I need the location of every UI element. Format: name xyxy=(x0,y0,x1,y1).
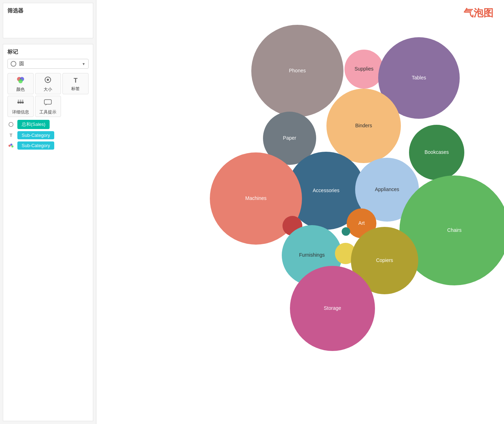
label-icon: T xyxy=(74,77,78,84)
size-icon xyxy=(44,76,52,85)
storage-bubble[interactable] xyxy=(290,266,375,351)
sales-tag-row: 总和(Sales) xyxy=(7,120,89,129)
subcategory2-tag[interactable]: Sub-Category xyxy=(17,141,54,150)
detail-button[interactable]: 详细信息 xyxy=(7,96,34,117)
phones-bubble[interactable] xyxy=(251,25,343,117)
svg-point-5 xyxy=(17,101,19,104)
svg-rect-11 xyxy=(44,100,51,104)
shape-dropdown[interactable]: 圆 ▼ xyxy=(7,59,89,69)
sidebar: 筛选器 标记 圆 ▼ 颜色 xyxy=(0,0,96,424)
svg-point-7 xyxy=(22,101,24,104)
svg-point-6 xyxy=(19,101,22,104)
subcategory1-tag[interactable]: Sub-Category xyxy=(17,131,54,139)
chart-title: 气泡图 xyxy=(464,6,493,20)
svg-point-10 xyxy=(22,100,23,101)
color-icon xyxy=(16,76,25,85)
chart-area: 气泡图 Phones Supplies Tables Binders Paper… xyxy=(96,0,504,424)
sales-tag-icon xyxy=(7,121,15,128)
subcategory2-tag-icon xyxy=(7,142,15,149)
supplies-bubble[interactable] xyxy=(345,50,383,89)
binders-bubble[interactable] xyxy=(326,89,401,163)
svg-point-15 xyxy=(10,144,12,146)
svg-point-8 xyxy=(18,100,19,101)
tooltip-icon xyxy=(44,99,52,108)
marker-section: 标记 圆 ▼ 颜色 xyxy=(3,44,93,421)
bookcases-bubble[interactable] xyxy=(409,125,464,180)
marker-title: 标记 xyxy=(7,49,89,55)
svg-point-16 xyxy=(11,145,13,147)
tooltip-label: 工具提示 xyxy=(39,109,56,115)
filter-title: 筛选器 xyxy=(7,7,89,14)
bubble-chart: Phones Supplies Tables Binders Paper Boo… xyxy=(96,0,504,424)
size-button[interactable]: 大小 xyxy=(35,73,61,94)
dropdown-label: 圆 xyxy=(19,61,82,67)
svg-point-13 xyxy=(9,122,13,127)
circle-icon xyxy=(11,61,16,67)
label-label: 标签 xyxy=(71,86,80,92)
size-label: 大小 xyxy=(44,87,52,93)
color-label: 颜色 xyxy=(16,87,25,93)
sales-tag[interactable]: 总和(Sales) xyxy=(17,120,50,129)
subcategory1-tag-row: T Sub-Category xyxy=(7,131,89,139)
tooltip-button[interactable]: 工具提示 xyxy=(35,96,61,117)
filter-section: 筛选器 xyxy=(3,3,93,38)
subcategory2-tag-row: Sub-Category xyxy=(7,141,89,150)
svg-point-9 xyxy=(20,100,21,101)
tiny-teal-bubble[interactable] xyxy=(342,227,350,236)
chevron-down-icon: ▼ xyxy=(82,62,85,66)
color-button[interactable]: 颜色 xyxy=(7,73,34,94)
subcategory1-tag-icon: T xyxy=(7,132,15,139)
marker-icon-grid: 颜色 大小 T 标签 xyxy=(7,73,89,117)
svg-point-4 xyxy=(47,79,49,81)
label-button[interactable]: T 标签 xyxy=(62,73,89,94)
svg-point-14 xyxy=(9,145,11,147)
detail-label: 详细信息 xyxy=(12,109,29,115)
svg-point-2 xyxy=(18,79,23,83)
detail-icon xyxy=(16,99,25,108)
